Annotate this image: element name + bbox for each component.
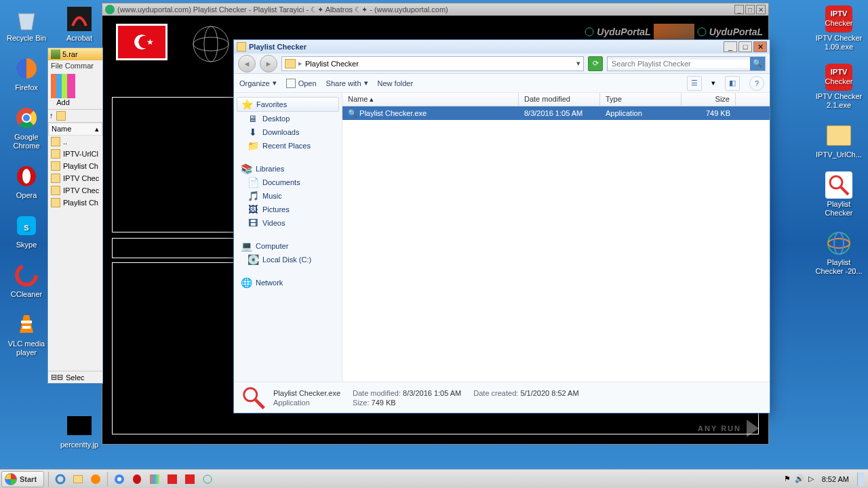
chevron-down-icon[interactable]: ▾ (576, 59, 580, 68)
sidebar-music[interactable]: 🎵Music (234, 189, 342, 203)
star-icon: ⭐ (241, 99, 252, 110)
desktop-icon-ccleaner[interactable]: CCleaner (1, 262, 52, 299)
close-button[interactable]: ✕ (756, 5, 766, 14)
svg-point-38 (203, 475, 212, 483)
taskbar-globe[interactable] (200, 472, 215, 487)
file-row-playlist-checker-exe[interactable]: 🔍 Playlist Checker.exe 8/3/2016 1:05 AM … (342, 106, 770, 120)
svg-point-36 (117, 477, 121, 481)
maximize-button[interactable]: □ (738, 41, 752, 52)
view-button[interactable]: ☰ (687, 76, 702, 91)
maximize-button[interactable]: □ (745, 5, 755, 14)
desktop-icon: 🖥 (248, 113, 258, 124)
open-button[interactable]: Open (286, 79, 317, 88)
playlist-app-title: (www.uyduportal.com) Playlist Checker - … (117, 5, 448, 14)
desktop-icon-vlc[interactable]: VLC media player (1, 311, 52, 357)
list-item[interactable]: IPTV Chec (48, 172, 102, 184)
sidebar-libraries[interactable]: 📚Libraries (234, 162, 342, 176)
svg-point-29 (585, 28, 593, 36)
magnify-icon: 🔍 (348, 109, 357, 117)
playlist-app-titlebar[interactable]: (www.uyduportal.com) Playlist Checker - … (102, 3, 768, 16)
desktop: Recycle Bin Firefox Google Chrome Opera … (0, 0, 868, 488)
sidebar-computer[interactable]: 💻Computer (234, 239, 342, 253)
refresh-button[interactable]: ⟳ (588, 56, 603, 71)
forward-button[interactable]: ► (260, 55, 277, 73)
desktop-icon-firefox[interactable]: Firefox (1, 55, 52, 92)
up-icon[interactable]: ↑ (50, 111, 54, 121)
chevron-down-icon[interactable]: ▾ (711, 79, 715, 87)
minimize-button[interactable]: _ (734, 5, 744, 14)
desktop-icon-chrome[interactable]: Google Chrome (1, 104, 52, 150)
start-button[interactable]: Start (1, 471, 44, 487)
taskbar-media[interactable] (88, 472, 103, 487)
taskbar-opera[interactable] (130, 472, 144, 487)
picture-icon: 🖼 (248, 204, 258, 215)
back-button[interactable]: ◄ (238, 55, 256, 73)
search-input[interactable] (608, 60, 750, 68)
desktop-icon-iptvurl[interactable]: IPTV_UrlCh... (814, 122, 864, 159)
computer-icon: 💻 (241, 241, 252, 251)
explorer-titlebar[interactable]: Playlist Checker _ □ ✕ (234, 40, 770, 54)
desktop-icon-iptv21[interactable]: IPTVCheckerIPTV Checker 2.1.exe (814, 64, 864, 110)
taskbar-explorer[interactable] (71, 472, 85, 487)
taskbar-ie[interactable] (53, 472, 68, 487)
winrar-window[interactable]: 5.rar File Commar Add ↑ Name▴ .. IPTV-Ur… (47, 47, 103, 384)
column-type[interactable]: Type (600, 93, 682, 106)
taskbar-clock[interactable]: 8:52 AM (818, 475, 853, 483)
sidebar-network[interactable]: 🌐Network (234, 276, 342, 289)
list-item[interactable]: .. (48, 136, 102, 148)
close-button[interactable]: ✕ (753, 41, 767, 52)
organize-button[interactable]: Organize ▾ (239, 79, 277, 87)
search-button[interactable]: 🔍 (750, 57, 765, 70)
sidebar-desktop[interactable]: 🖥Desktop (234, 112, 342, 125)
winrar-menubar[interactable]: File Commar (48, 60, 102, 71)
help-button[interactable]: ? (749, 76, 764, 91)
taskbar-chrome[interactable] (112, 472, 127, 487)
sidebar-recent[interactable]: 📁Recent Places (234, 139, 342, 152)
minimize-button[interactable]: _ (724, 41, 737, 52)
sidebar-localdisk[interactable]: 💽Local Disk (C:) (234, 253, 342, 266)
desktop-icon-playlistchecker[interactable]: Playlist Checker (814, 171, 864, 218)
globe-grid-icon (191, 24, 231, 64)
list-item[interactable]: IPTV Chec (48, 184, 102, 197)
desktop-icon-opera[interactable]: Opera (1, 163, 52, 200)
address-bar[interactable]: ▸ Playlist Checker ▾ (281, 56, 584, 71)
winrar-titlebar[interactable]: 5.rar (48, 48, 102, 60)
show-desktop-button[interactable] (857, 472, 864, 486)
desktop-icon-percentty[interactable]: percentty.jp (54, 412, 104, 449)
sidebar-videos[interactable]: 🎞Videos (234, 216, 342, 230)
list-item[interactable]: Playlist Ch (48, 160, 102, 172)
column-date[interactable]: Date modified (519, 93, 600, 106)
tray-flag-icon[interactable]: ⚑ (784, 474, 791, 483)
desktop-icon-acrobat[interactable]: Acrobat (54, 5, 104, 43)
column-name[interactable]: Name ▴ (342, 93, 519, 106)
taskbar-iptv[interactable] (165, 472, 180, 487)
list-item[interactable]: IPTV-UrlCl (48, 148, 102, 160)
desktop-icon-skype[interactable]: SSkype (1, 212, 52, 249)
sidebar-pictures[interactable]: 🖼Pictures (234, 203, 342, 216)
sidebar-favorites[interactable]: ⭐Favorites (237, 97, 339, 112)
sidebar-downloads[interactable]: ⬇Downloads (234, 125, 342, 139)
column-size[interactable]: Size (682, 93, 736, 106)
search-box[interactable]: 🔍 (607, 56, 766, 71)
music-icon: 🎵 (248, 190, 258, 201)
svg-point-31 (244, 388, 257, 401)
tray-volume-icon[interactable]: 🔊 (795, 474, 804, 483)
desktop-icon-playlistchecker20[interactable]: Playlist Checker -20... (814, 230, 864, 276)
share-button[interactable]: Share with ▾ (326, 79, 368, 87)
document-icon: 📄 (248, 177, 258, 188)
list-item[interactable]: Playlist Ch (48, 197, 102, 209)
winrar-name-header[interactable]: Name▴ (48, 123, 102, 136)
svg-text:S: S (24, 224, 28, 232)
svg-text:IPTV: IPTV (831, 68, 848, 76)
taskbar-rar[interactable] (147, 472, 162, 487)
tray-flag2-icon[interactable]: ▷ (808, 474, 814, 483)
newfolder-button[interactable]: New folder (378, 79, 414, 87)
desktop-icon-iptv109[interactable]: IPTVCheckerIPTV Checker 1.09.exe (814, 5, 864, 52)
sidebar-documents[interactable]: 📄Documents (234, 176, 342, 189)
taskbar-iptv2[interactable] (182, 472, 197, 487)
preview-pane-button[interactable]: ◧ (725, 76, 740, 91)
folder-icon[interactable] (56, 111, 66, 121)
desktop-icon-recyclebin[interactable]: Recycle Bin (1, 5, 52, 43)
add-button[interactable]: Add (51, 98, 75, 106)
svg-rect-11 (21, 321, 32, 323)
